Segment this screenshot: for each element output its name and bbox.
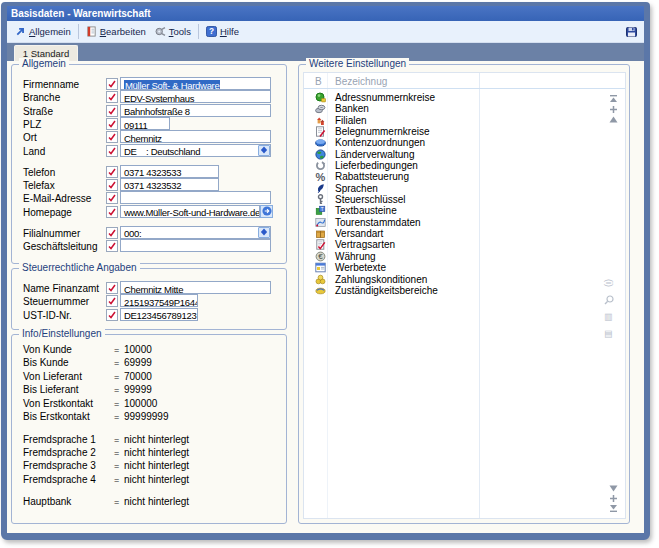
list-item[interactable]: Adressnummernkreise	[304, 92, 625, 103]
field-input[interactable]: 2151937549P1644	[120, 294, 198, 307]
list-item[interactable]: Lieferbedingungen	[304, 160, 625, 171]
list-item[interactable]: %Rabattsteuerung	[304, 171, 625, 182]
field-input[interactable]: 0371 4323532	[120, 178, 219, 191]
search-icon[interactable]	[604, 295, 614, 305]
menu-tools[interactable]: Tools	[150, 24, 195, 39]
field-input[interactable]: DE123456789123	[120, 308, 198, 321]
currency-icon: €	[315, 251, 326, 262]
field-check-icon[interactable]	[106, 295, 118, 307]
field-check-icon[interactable]	[106, 78, 118, 90]
field-input[interactable]: Bahnhofstraße 8	[120, 104, 271, 117]
menu-bearbeiten[interactable]: Bearbeiten	[82, 24, 150, 39]
field-input[interactable]: Chemnitz	[120, 130, 271, 143]
filter-icon[interactable]: ▤	[604, 312, 614, 321]
field-label: Filialnummer	[23, 228, 80, 239]
list-item[interactable]: Tourenstammdaten	[304, 217, 625, 228]
info-value: 70000	[124, 371, 152, 382]
info-label: Bis Lieferant	[23, 384, 79, 395]
list-item[interactable]: TTextbausteine	[304, 205, 625, 216]
field-label: Firmenname	[23, 79, 79, 90]
field-check-icon[interactable]	[106, 179, 118, 191]
add-row-icon[interactable]	[607, 493, 619, 503]
add-row-icon[interactable]	[607, 104, 619, 114]
list-item[interactable]: Belegnummernkreise	[304, 126, 625, 137]
wrench-icon	[154, 26, 166, 37]
content-area: Allgemein FirmennameMüller Soft- & Hardw…	[7, 61, 644, 528]
field-check-icon[interactable]	[106, 166, 118, 178]
equals-sign: =	[114, 345, 119, 355]
svg-text:%: %	[316, 171, 326, 182]
field-input[interactable]	[120, 239, 271, 252]
list-item[interactable]: Filialen	[304, 115, 625, 126]
field-combobox[interactable]: DE : Deutschland	[120, 144, 271, 157]
field-input[interactable]: Müller Soft- & Hardware	[120, 77, 271, 90]
toolbar-separator	[78, 24, 79, 39]
field-input[interactable]	[120, 191, 271, 204]
info-value: 10000	[124, 344, 152, 355]
percent-icon: %	[315, 171, 326, 182]
list-item-label: Zuständigkeitsbereiche	[335, 286, 438, 296]
field-check-icon[interactable]	[106, 227, 118, 239]
group-allgemein: Allgemein FirmennameMüller Soft- & Hardw…	[11, 64, 287, 264]
list-item[interactable]: €Währung	[304, 251, 625, 262]
accounts-icon	[315, 137, 326, 148]
info-label: Fremdsprache 4	[23, 474, 96, 485]
record-count-icon[interactable]: (i)	[604, 279, 614, 287]
scroll-last-icon[interactable]	[607, 503, 619, 513]
list-item[interactable]: Vertragsarten	[304, 239, 625, 250]
field-check-icon[interactable]	[106, 309, 118, 321]
list-item[interactable]: Versandart	[304, 228, 625, 239]
list-item[interactable]: Kontenzuordnungen	[304, 137, 625, 148]
field-label: UST-ID-Nr.	[23, 310, 72, 321]
save-button[interactable]	[626, 27, 637, 37]
field-check-icon[interactable]	[106, 240, 118, 252]
list-item-label: Filialen	[335, 116, 367, 126]
group-info-legend: Info/Einstellungen	[19, 328, 105, 339]
equals-sign: =	[114, 385, 119, 395]
dropdown-button[interactable]	[258, 145, 270, 156]
banks-icon	[315, 103, 326, 114]
list-item[interactable]: Zuständigkeitsbereiche	[304, 285, 625, 296]
field-check-icon[interactable]	[106, 145, 118, 157]
list-item[interactable]: Sprachen	[304, 183, 625, 194]
field-check-icon[interactable]	[106, 206, 118, 218]
dropdown-button[interactable]	[258, 227, 270, 238]
list-item-label: Banken	[335, 104, 369, 114]
column-header-b[interactable]: B	[315, 76, 322, 87]
field-input[interactable]: EDV-Systemhaus	[120, 90, 271, 103]
field-combobox[interactable]: 000:	[120, 226, 271, 239]
list-item[interactable]: Länderverwaltung	[304, 149, 625, 160]
equals-sign: =	[114, 399, 119, 409]
menu-allgemein[interactable]: Allgemein	[11, 24, 75, 39]
field-input[interactable]: 09111	[120, 117, 170, 130]
scroll-first-icon[interactable]	[607, 94, 619, 104]
field-check-icon[interactable]	[106, 91, 118, 103]
column-header-bezeichnung[interactable]: Bezeichnug	[335, 76, 387, 87]
field-input[interactable]: 0371 4323533	[120, 165, 219, 178]
field-check-icon[interactable]	[106, 105, 118, 117]
menu-hilfe[interactable]: ? Hilfe	[202, 24, 243, 39]
open-link-button[interactable]	[260, 205, 273, 218]
list-item[interactable]: Steuerschlüssel	[304, 194, 625, 205]
group-steuer-legend: Steuerrechtliche Angaben	[19, 262, 140, 273]
info-label: Bis Kunde	[23, 357, 69, 368]
list-item[interactable]: Banken	[304, 103, 625, 114]
field-input[interactable]: www.Müller-Soft-und-Hardware.de	[120, 205, 260, 218]
scroll-up-icon[interactable]	[607, 114, 619, 124]
field-label: Ort	[23, 132, 37, 143]
info-label: Hauptbank	[23, 496, 71, 507]
field-check-icon[interactable]	[106, 192, 118, 204]
field-check-icon[interactable]	[106, 118, 118, 130]
field-check-icon[interactable]	[106, 131, 118, 143]
tours-icon	[315, 217, 326, 228]
list-item[interactable]: Zahlungskonditionen	[304, 274, 625, 285]
field-input[interactable]: Chemnitz Mitte	[120, 281, 271, 294]
info-value: nicht hinterlegt	[124, 447, 189, 458]
field-check-icon[interactable]	[106, 282, 118, 294]
sort-icon[interactable]: ▥	[604, 329, 614, 338]
info-value: 99999	[124, 384, 152, 395]
list-item[interactable]: Werbetexte	[304, 262, 625, 273]
list-nav-bottom-group	[607, 483, 619, 513]
go-icon	[262, 206, 272, 216]
scroll-down-icon[interactable]	[607, 483, 619, 493]
